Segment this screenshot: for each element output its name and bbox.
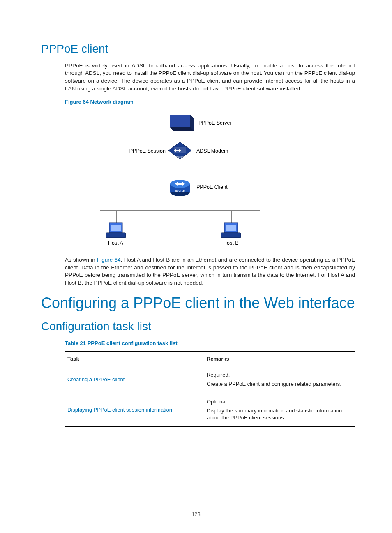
svg-rect-17 xyxy=(106,233,126,238)
paragraph-figure-desc: As shown in Figure 64, Host A and Host B… xyxy=(65,256,355,287)
label-host-b: Host B xyxy=(223,240,239,247)
remarks-cell: Optional. Display the summary informatio… xyxy=(204,393,355,427)
network-diagram: Modem ROUTER PPPoE Serv xyxy=(65,110,291,250)
figure-caption: Figure 64 Network diagram xyxy=(65,98,355,106)
task-link-display[interactable]: Displaying PPPoE client session informat… xyxy=(67,407,172,413)
label-host-a: Host A xyxy=(108,240,123,247)
table-row: Displaying PPPoE client session informat… xyxy=(65,393,355,427)
heading-configuring: Configuring a PPPoE client in the Web in… xyxy=(41,293,355,313)
remarks-req: Required. xyxy=(207,371,353,379)
modem-tag-text: Modem xyxy=(176,155,184,158)
table-row: Creating a PPPoE client Required. Create… xyxy=(65,366,355,393)
task-table: Task Remarks Creating a PPPoE client Req… xyxy=(65,351,355,428)
table-caption: Table 21 PPPoE client configuration task… xyxy=(65,340,355,347)
svg-rect-19 xyxy=(226,225,236,231)
router-tag-text: ROUTER xyxy=(175,190,184,192)
figure-ref-link[interactable]: Figure 64 xyxy=(97,257,121,263)
label-client: PPPoE Client xyxy=(196,184,228,191)
remarks-req: Optional. xyxy=(207,398,353,406)
label-server: PPPoE Server xyxy=(198,120,232,127)
remarks-desc: Create a PPPoE client and configure rela… xyxy=(207,380,353,388)
remarks-desc: Display the summary information and stat… xyxy=(207,407,353,422)
svg-rect-20 xyxy=(221,233,241,238)
th-task: Task xyxy=(65,352,204,366)
th-remarks: Remarks xyxy=(204,352,355,366)
remarks-cell: Required. Create a PPPoE client and conf… xyxy=(204,366,355,393)
page-number: 128 xyxy=(0,511,392,518)
svg-marker-7 xyxy=(170,115,190,127)
p2-pre: As shown in xyxy=(65,257,97,263)
page-container: PPPoE client PPPoE is widely used in ADS… xyxy=(0,0,392,533)
svg-rect-16 xyxy=(111,225,121,231)
svg-marker-9 xyxy=(170,127,194,131)
heading-config-task-list: Configuration task list xyxy=(41,319,355,335)
paragraph-intro: PPPoE is widely used in ADSL broadband a… xyxy=(65,62,355,93)
label-session: PPPoE Session xyxy=(127,148,166,155)
label-modem: ADSL Modem xyxy=(196,148,228,155)
heading-pppoe-client: PPPoE client xyxy=(41,41,355,57)
task-link-create[interactable]: Creating a PPPoE client xyxy=(67,376,125,382)
